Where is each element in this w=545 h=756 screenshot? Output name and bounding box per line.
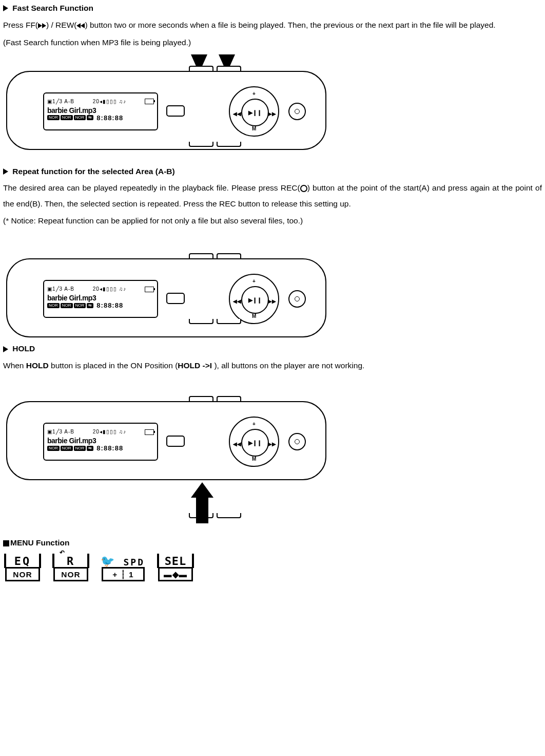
icon-value: NOR xyxy=(53,567,88,581)
lcd-time: 8:88:88 xyxy=(96,302,123,309)
device-body: ▣1╱3 A-B 20◂▮▯▯▯ ♫♪ barbie Girl.mp3 NOR … xyxy=(6,71,326,150)
repeat-text: The desired area can be played repeatedl… xyxy=(3,180,542,212)
text-part: ) / REW( xyxy=(46,21,76,29)
icon-label: SEL xyxy=(165,556,187,567)
dial-left-icon: ◀◀ xyxy=(233,296,241,307)
hold-label-pos: HOLD ->I xyxy=(178,361,214,370)
speed-icon: 🐦 SPD xyxy=(102,553,145,567)
text-part: ) button two or more seconds when a file… xyxy=(85,21,495,29)
icon-value: NOR xyxy=(5,567,40,581)
repeat-icon: ↶ R xyxy=(53,553,88,567)
eq-icon: EQ xyxy=(5,553,40,567)
dial-left-icon: ◀◀ xyxy=(233,439,241,449)
bullet-arrow-icon xyxy=(3,166,8,178)
port-icon xyxy=(166,436,185,447)
bottom-tab xyxy=(217,513,241,518)
headphone-jack-icon xyxy=(288,433,306,450)
section-title: Repeat function for the selected Area (A… xyxy=(12,167,174,176)
device-illustration-3: ▣1╱3 A-B 20◂▮▯▯▯ ♫♪ barbie Girl.mp3 NOR … xyxy=(6,387,324,531)
headphone-jack-icon xyxy=(288,290,306,308)
lcd-status-row: ▣1╱3 A-B 20◂▮▯▯▯ ♫♪ xyxy=(47,97,154,107)
control-dial: ▶❙❙ ◀◀ ▶▶ + M xyxy=(229,417,279,467)
lcd-tag: ⇆ xyxy=(87,303,93,308)
lcd-bottom-row: NOR NOR NOR ⇆ 8:88:88 xyxy=(47,115,154,121)
device-body: ▣1╱3 A-B 20◂▮▯▯▯ ♫♪ barbie Girl.mp3 NOR … xyxy=(6,258,326,337)
lcd-screen: ▣1╱3 A-B 20◂▮▯▯▯ ♫♪ barbie Girl.mp3 NOR … xyxy=(43,423,158,461)
menu-icon-repeat: ↶ R NOR xyxy=(53,553,88,581)
icon-label: EQ xyxy=(14,556,31,567)
icon-label: R xyxy=(67,556,75,567)
section-header-menu: MENU Function xyxy=(3,537,542,549)
lcd-screen: ▣1╱3 A-B 20◂▮▯▯▯ ♫♪ barbie Girl.mp3 NOR … xyxy=(43,280,158,318)
repeat-notice: (* Notice: Repeat function can be applie… xyxy=(3,213,542,229)
lcd-tag: NOR xyxy=(47,303,60,308)
lcd-fileindex: ▣1╱3 A-B xyxy=(47,97,74,107)
menu-icon-eq: EQ NOR xyxy=(5,553,40,581)
lcd-time: 8:88:88 xyxy=(96,115,123,121)
bullet-arrow-icon xyxy=(3,344,8,355)
lcd-bottom-row: NOR NOR NOR ⇆ 8:88:88 xyxy=(47,445,154,451)
icon-value: + ┆ 1 xyxy=(102,567,145,581)
lcd-fileindex: ▣1╱3 A-B xyxy=(47,284,74,294)
fast-search-text: Press FF() / REW() button two or more se… xyxy=(3,17,542,33)
lcd-tag: ⇆ xyxy=(87,446,93,451)
text-part: Press FF( xyxy=(3,21,38,29)
ff-icon xyxy=(38,17,46,33)
play-pause-button: ▶❙❙ xyxy=(241,99,269,126)
dial-top-icon: + xyxy=(252,89,256,99)
dial-right-icon: ▶▶ xyxy=(268,439,276,449)
dial-right-icon: ▶▶ xyxy=(268,296,276,307)
device-illustration-2: ▣1╱3 A-B 20◂▮▯▯▯ ♫♪ barbie Girl.mp3 NOR … xyxy=(6,244,324,336)
text-part: The desired area can be played repeatedl… xyxy=(3,183,300,192)
lcd-tag: NOR xyxy=(74,303,86,308)
lcd-tag: NOR xyxy=(47,446,60,451)
lcd-trackname: barbie Girl.mp3 xyxy=(47,294,154,301)
menu-icon-sel: SEL ▬◆▬ xyxy=(158,553,193,581)
dial-right-icon: ▶▶ xyxy=(268,109,276,119)
control-dial: ▶❙❙ ◀◀ ▶▶ + M xyxy=(229,274,279,324)
menu-icon-speed: 🐦 SPD + ┆ 1 xyxy=(102,553,145,581)
battery-icon xyxy=(145,99,154,104)
device-body: ▣1╱3 A-B 20◂▮▯▯▯ ♫♪ barbie Girl.mp3 NOR … xyxy=(6,401,326,480)
dial-bottom-icon: M xyxy=(252,454,256,464)
lcd-vol: 20◂▮▯▯▯ ♫♪ xyxy=(93,427,126,437)
fast-search-note: (Fast Search function when MP3 file is b… xyxy=(3,34,542,50)
lcd-tag: NOR xyxy=(61,446,73,451)
section-title: MENU Function xyxy=(10,538,69,547)
dial-bottom-icon: M xyxy=(252,311,256,322)
dial-bottom-icon: M xyxy=(252,124,256,134)
text-part: When xyxy=(3,361,26,370)
lcd-fileindex: ▣1╱3 A-B xyxy=(47,427,74,437)
lcd-trackname: barbie Girl.mp3 xyxy=(47,437,154,444)
text-part: button is placed in the ON Position ( xyxy=(49,361,178,370)
dial-top-icon: + xyxy=(252,276,256,287)
hold-label: HOLD xyxy=(26,361,49,370)
bullet-arrow-icon xyxy=(3,3,8,14)
icon-label: SPD xyxy=(123,558,145,567)
lcd-trackname: barbie Girl.mp3 xyxy=(47,107,154,114)
bottom-tab xyxy=(189,319,213,324)
lcd-tag: NOR xyxy=(74,115,86,120)
headphone-jack-icon xyxy=(288,103,306,120)
lcd-vol: 20◂▮▯▯▯ ♫♪ xyxy=(93,284,126,294)
up-arrow-icon xyxy=(191,482,213,523)
lcd-bottom-row: NOR NOR NOR ⇆ 8:88:88 xyxy=(47,302,154,309)
section-header-repeat: Repeat function for the selected Area (A… xyxy=(3,165,542,178)
lcd-screen: ▣1╱3 A-B 20◂▮▯▯▯ ♫♪ barbie Girl.mp3 NOR … xyxy=(43,92,158,130)
port-icon xyxy=(166,293,185,304)
lcd-time: 8:88:88 xyxy=(96,445,123,451)
battery-icon xyxy=(145,287,154,292)
lcd-status-row: ▣1╱3 A-B 20◂▮▯▯▯ ♫♪ xyxy=(47,427,154,437)
lcd-tag: NOR xyxy=(61,115,73,120)
icon-value: ▬◆▬ xyxy=(158,567,193,581)
lcd-tag: ⇆ xyxy=(87,115,93,120)
device-illustration-1: ▣1╱3 A-B 20◂▮▯▯▯ ♫♪ barbie Girl.mp3 NOR … xyxy=(6,56,324,159)
battery-icon xyxy=(145,429,154,435)
dial-top-icon: + xyxy=(252,419,256,429)
bottom-tab xyxy=(217,319,241,324)
bottom-tab xyxy=(217,142,241,147)
section-header-hold: HOLD xyxy=(3,343,542,355)
section-title: HOLD xyxy=(12,344,35,353)
port-icon xyxy=(166,105,185,117)
lcd-vol: 20◂▮▯▯▯ ♫♪ xyxy=(93,97,126,107)
